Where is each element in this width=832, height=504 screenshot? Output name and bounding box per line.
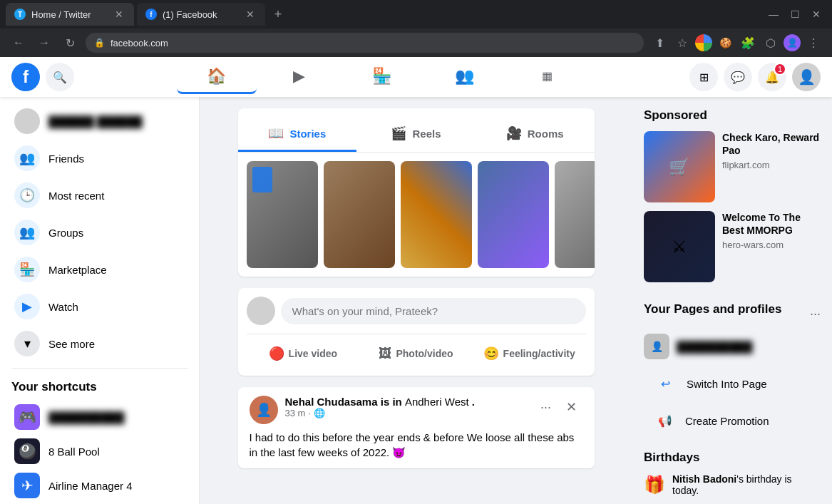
nav-gaming[interactable]: ▦ (508, 60, 587, 94)
notifications-button[interactable]: 🔔 1 (758, 63, 786, 91)
shortcut-item-8ball[interactable]: 🎱 8 Ball Pool (3, 434, 196, 468)
pages-title: Your Pages and profiles (644, 302, 781, 317)
sidebar-profile[interactable]: ██████ ██████ (3, 103, 196, 140)
airline-label: Airline Manager 4 (48, 480, 133, 492)
apps-button[interactable]: ⊞ (689, 63, 718, 91)
shortcut-item-1[interactable]: 🎮 ██████████ (3, 400, 196, 434)
photo-video-button[interactable]: 🖼 Photo/video (359, 340, 473, 367)
facebook-logo[interactable]: f (11, 63, 40, 91)
groups-icon: 👥 (14, 220, 40, 245)
nav-home[interactable]: 🏠 (177, 60, 257, 94)
sidebar-item-friends[interactable]: 👥 Friends (3, 140, 196, 177)
story-3[interactable] (401, 161, 472, 268)
story-5[interactable] (555, 161, 595, 268)
sidebar-marketplace-label: Marketplace (48, 264, 107, 276)
left-sidebar: ██████ ██████ 👥 Friends 🕒 Most recent 👥 … (0, 97, 200, 504)
stories-tab[interactable]: 📖 Stories (238, 117, 357, 152)
cookie-icon[interactable]: 🍪 (715, 33, 735, 53)
birthday-text: Nitish Badoni's birthday is today. (672, 473, 821, 496)
share-icon[interactable]: ⬆ (649, 33, 669, 53)
story-2[interactable] (324, 161, 395, 268)
post-time: 33 m · 🌐 (285, 408, 528, 418)
maximize-button[interactable]: ☐ (785, 4, 805, 24)
post-author-name: Nehal Chudasama is in Andheri West . (285, 396, 528, 408)
toolbar-icons: ⬆ ☆ 🍪 🧩 ⬡ 👤 ⋮ (649, 33, 823, 53)
facebook-header: f 🔍 🏠 ▶ 🏪 👥 ▦ ⊞ (0, 57, 832, 97)
pages-more-button[interactable]: ··· (810, 307, 821, 322)
main-feed: 📖 Stories 🎬 Reels 🎥 Rooms (200, 97, 632, 504)
feeling-button[interactable]: 😊 Feeling/activity (473, 340, 586, 367)
post-location-suffix: . (472, 396, 475, 408)
sponsored-title: Sponsored (644, 108, 821, 123)
post-separator: · (308, 408, 311, 418)
twitter-tab[interactable]: T Home / Twitter ✕ (6, 3, 134, 26)
search-button[interactable]: 🔍 (46, 63, 74, 91)
marketplace-icon: 🏪 (14, 257, 40, 282)
sidebar-item-groups[interactable]: 👥 Groups (3, 214, 196, 251)
sidebar-item-marketplace[interactable]: 🏪 Marketplace (3, 251, 196, 288)
post-input[interactable] (281, 298, 586, 324)
right-sidebar: Sponsored 🛒 Check Karo, Reward Pao flipk… (632, 97, 832, 504)
ad-herowars[interactable]: ⚔ Welcome To The Best MMORPG hero-wars.c… (644, 211, 821, 282)
reels-tab-icon: 🎬 (391, 125, 406, 141)
reload-button[interactable]: ↻ (60, 33, 80, 53)
messenger-icon: 💬 (731, 71, 745, 84)
feeling-icon: 😊 (483, 346, 499, 361)
nav-video[interactable]: ▶ (260, 60, 339, 94)
close-button[interactable]: ✕ (806, 4, 826, 24)
home-icon: 🏠 (207, 67, 226, 86)
forward-button[interactable]: → (34, 33, 54, 53)
reels-tab[interactable]: 🎬 Reels (356, 117, 476, 152)
browser-profile-icon[interactable]: 👤 (784, 34, 801, 51)
flipkart-ad-domain: flipkart.com (722, 160, 821, 170)
post-location-text: Andheri West (405, 396, 469, 408)
birthday-item: 🎁 Nitish Badoni's birthday is today. (644, 473, 821, 496)
messenger-button[interactable]: 💬 (724, 63, 752, 91)
post-more-button[interactable]: ··· (535, 396, 558, 418)
facebook-tab-close[interactable]: ✕ (244, 8, 257, 21)
nav-marketplace[interactable]: 🏪 (342, 60, 422, 94)
puzzle-icon[interactable]: 🧩 (738, 33, 758, 53)
minimize-button[interactable]: — (764, 4, 784, 24)
menu-icon[interactable]: ⋮ (803, 33, 823, 53)
birthday-name: Nitish Badoni (672, 473, 736, 485)
groups-nav-icon: 👥 (455, 67, 474, 86)
post-content: I had to do this before the year ends & … (238, 424, 595, 468)
watch-icon: ▶ (14, 294, 40, 319)
create-promotion-button[interactable]: 📢 Create Promotion (644, 402, 821, 439)
post-box: 🔴 Live video 🖼 Photo/video 😊 Feeling/act… (238, 288, 595, 376)
feed-inner: 📖 Stories 🎬 Reels 🎥 Rooms (238, 108, 595, 468)
post-time-text: 33 m (285, 408, 306, 418)
nav-groups[interactable]: 👥 (425, 60, 505, 94)
back-button[interactable]: ← (9, 33, 29, 53)
story-1[interactable] (247, 161, 318, 268)
live-video-icon: 🔴 (269, 346, 284, 361)
star-icon[interactable]: ☆ (672, 33, 692, 53)
user-avatar-header[interactable]: 👤 (792, 63, 821, 91)
shortcut-item-airline[interactable]: ✈ Airline Manager 4 (3, 468, 196, 503)
address-text: facebook.com (111, 38, 168, 48)
ad-flipkart[interactable]: 🛒 Check Karo, Reward Pao flipkart.com (644, 131, 821, 202)
cast-icon[interactable]: ⬡ (761, 33, 781, 53)
address-bar[interactable]: 🔒 facebook.com (86, 33, 644, 53)
post-location-prefix: is in (381, 396, 405, 408)
sidebar-user-name: ██████ ██████ (48, 115, 143, 128)
feeling-label: Feeling/activity (503, 348, 575, 359)
post-close-button[interactable]: ✕ (560, 396, 583, 418)
sidebar-item-watch[interactable]: ▶ Watch (3, 288, 196, 325)
story-4[interactable] (478, 161, 549, 268)
sidebar-item-most-recent[interactable]: 🕒 Most recent (3, 177, 196, 214)
most-recent-icon: 🕒 (14, 182, 40, 208)
sidebar-item-see-more[interactable]: ▾ See more (3, 325, 196, 362)
twitter-tab-close[interactable]: ✕ (113, 8, 125, 21)
google-extension-icon[interactable] (695, 34, 712, 51)
switch-page-label: Switch Into Page (685, 376, 769, 391)
new-tab-button[interactable]: + (268, 4, 288, 24)
stories-tab-label: Stories (289, 128, 326, 140)
sidebar-most-recent-label: Most recent (48, 190, 104, 202)
rooms-tab[interactable]: 🎥 Rooms (476, 117, 595, 152)
facebook-tab[interactable]: f (1) Facebook ✕ (137, 3, 265, 26)
switch-into-page-button[interactable]: ↩ Switch Into Page (644, 365, 821, 402)
live-video-button[interactable]: 🔴 Live video (247, 340, 360, 367)
8ball-icon: 🎱 (14, 438, 40, 464)
